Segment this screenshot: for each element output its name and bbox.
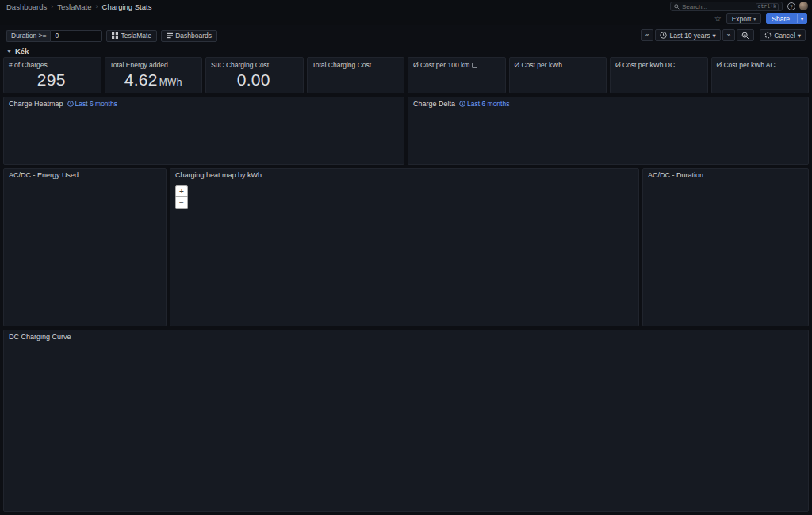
panel-header[interactable]: AC/DC - Energy Used xyxy=(4,169,166,181)
panel-title: DC Charging Curve xyxy=(9,333,71,341)
stat-title: Total Charging Cost xyxy=(312,61,372,69)
panel-acdc-energy[interactable]: AC/DC - Energy Used xyxy=(3,168,167,326)
panel-title: Charging heat map by kWh xyxy=(175,171,262,179)
link-teslamate[interactable]: TeslaMate xyxy=(106,30,157,42)
spinner-icon xyxy=(764,32,772,39)
breadcrumb-separator: › xyxy=(51,2,53,10)
map-zoom-out-button[interactable]: − xyxy=(175,197,188,209)
stat-panel-total-energy[interactable]: Total Energy added 4.62MWh xyxy=(105,57,203,93)
breadcrumb-separator: › xyxy=(96,2,98,10)
panel-charge-heatmap[interactable]: Charge Heatmap Last 6 months xyxy=(3,97,404,165)
zoom-out-button[interactable] xyxy=(737,29,754,41)
duration-variable-label: Duration >= xyxy=(6,30,50,42)
link-dashboards[interactable]: Dashboards xyxy=(161,30,217,42)
scatter-plot xyxy=(4,342,808,511)
energy-pie-chart xyxy=(4,181,166,303)
map-canvas[interactable]: + − xyxy=(170,181,638,326)
breadcrumb-dashboards[interactable]: Dashboards xyxy=(6,2,47,11)
avatar[interactable] xyxy=(799,2,808,10)
panel-charge-delta[interactable]: Charge Delta Last 6 months xyxy=(408,97,809,165)
stat-value: 4.62MWh xyxy=(105,71,202,90)
duration-variable-input[interactable] xyxy=(50,30,102,42)
heatmap-plot xyxy=(4,109,404,164)
energy-pie-legend xyxy=(4,303,166,326)
dashboard-row-header[interactable]: ▼ Kék xyxy=(0,46,812,56)
search-icon xyxy=(674,4,680,10)
stat-title: Ø Cost per 100 km xyxy=(413,61,469,69)
link-teslamate-label: TeslaMate xyxy=(121,32,151,40)
clock-icon xyxy=(67,101,74,107)
row-title: Kék xyxy=(15,47,29,55)
cancel-label: Cancel xyxy=(774,32,795,40)
duration-pie-chart xyxy=(643,181,808,303)
stat-title: Ø Cost per kWh AC xyxy=(717,61,776,69)
duration-variable: Duration >= xyxy=(6,30,102,42)
stat-panel-cost-per-100km[interactable]: Ø Cost per 100 km xyxy=(408,57,506,93)
share-menu-caret[interactable]: ▾ xyxy=(797,14,806,23)
stat-panel-cost-per-kwh-dc[interactable]: Ø Cost per kWh DC xyxy=(610,57,708,93)
stat-panel-cost-per-kwh-ac[interactable]: Ø Cost per kWh AC xyxy=(711,57,810,93)
stat-value: 0.00 xyxy=(206,71,303,90)
time-controls: « Last 10 years ▾ » Cancel ▾ xyxy=(641,29,806,41)
top-nav: Dashboards › TeslaMate › Charging Stats … xyxy=(0,0,812,13)
chevron-down-icon: ▾ xyxy=(753,16,756,21)
stat-panel-cost-per-kwh[interactable]: Ø Cost per kWh xyxy=(509,57,607,93)
panel-title: Charge Heatmap xyxy=(9,100,63,108)
chevron-down-icon: ▼ xyxy=(6,48,12,54)
chevron-down-icon: ▾ xyxy=(798,32,801,40)
link-dashboards-label: Dashboards xyxy=(175,32,212,40)
help-icon[interactable]: ? xyxy=(787,2,795,10)
map-zoom-controls: + − xyxy=(175,185,188,209)
time-shift-back-button[interactable]: « xyxy=(641,29,653,41)
search-box[interactable]: ctrl+k xyxy=(670,2,783,11)
time-range-picker[interactable]: Last 10 years ▾ xyxy=(655,29,720,41)
export-button[interactable]: Export ▾ xyxy=(726,13,762,24)
panel-header[interactable]: Charging heat map by kWh xyxy=(170,169,638,181)
panel-header[interactable]: Charge Delta Last 6 months xyxy=(408,97,808,109)
stats-row: # of Charges 295 Total Energy added 4.62… xyxy=(3,57,809,93)
panel-header[interactable]: Charge Heatmap Last 6 months xyxy=(4,97,404,109)
breadcrumb-current-page: Charging Stats xyxy=(102,2,152,11)
stat-title: Ø Cost per kWh DC xyxy=(615,61,675,69)
stat-title: # of Charges xyxy=(9,61,48,69)
panel-time-override[interactable]: Last 6 months xyxy=(67,100,117,108)
stat-panel-total-cost[interactable]: Total Charging Cost xyxy=(307,57,405,93)
panel-header[interactable]: AC/DC - Duration xyxy=(643,169,808,181)
panel-acdc-duration[interactable]: AC/DC - Duration xyxy=(642,168,809,326)
panel-time-override[interactable]: Last 6 months xyxy=(459,100,509,108)
star-icon[interactable]: ☆ xyxy=(714,14,722,23)
search-shortcut: ctrl+k xyxy=(756,3,779,10)
share-label: Share xyxy=(767,14,795,23)
stat-title: Ø Cost per kWh xyxy=(515,61,562,69)
stat-panel-suc-cost[interactable]: SuC Charging Cost 0.00 xyxy=(205,57,304,93)
duration-pie-legend xyxy=(643,303,808,326)
dashboard-action-row: ☆ Export ▾ Share ▾ xyxy=(0,13,812,25)
panel-charging-map[interactable]: Charging heat map by kWh + − xyxy=(170,168,639,326)
panel-title: AC/DC - Duration xyxy=(648,171,703,179)
variables-toolbar: Duration >= TeslaMate Dashboards « Last … xyxy=(0,27,812,44)
share-button[interactable]: Share ▾ xyxy=(766,13,807,24)
zoom-out-icon xyxy=(741,32,749,40)
apps-grid-icon xyxy=(112,32,118,39)
clock-icon xyxy=(459,101,465,107)
list-icon xyxy=(167,32,173,39)
search-input[interactable] xyxy=(682,3,753,10)
export-label: Export xyxy=(732,15,752,23)
panel-title: AC/DC - Energy Used xyxy=(9,171,79,179)
panel-header[interactable]: DC Charging Curve xyxy=(4,330,808,342)
breadcrumb-teslamate[interactable]: TeslaMate xyxy=(57,2,91,11)
panel-title: Charge Delta xyxy=(413,100,455,108)
panel-dc-charging-curve[interactable]: DC Charging Curve xyxy=(3,330,809,512)
chevron-down-icon: ▾ xyxy=(713,32,716,40)
delta-plot xyxy=(408,109,808,164)
stat-title: SuC Charging Cost xyxy=(211,61,269,69)
map-zoom-in-button[interactable]: + xyxy=(175,185,188,197)
stat-title: Total Energy added xyxy=(110,61,168,69)
stat-value: 295 xyxy=(4,71,101,90)
time-range-label: Last 10 years xyxy=(669,32,710,40)
time-shift-forward-button[interactable]: » xyxy=(722,29,735,41)
clock-icon xyxy=(660,32,667,39)
panel-link-icon[interactable] xyxy=(472,63,477,68)
stat-panel-charges[interactable]: # of Charges 295 xyxy=(3,57,102,93)
refresh-cancel-button[interactable]: Cancel ▾ xyxy=(760,29,806,41)
